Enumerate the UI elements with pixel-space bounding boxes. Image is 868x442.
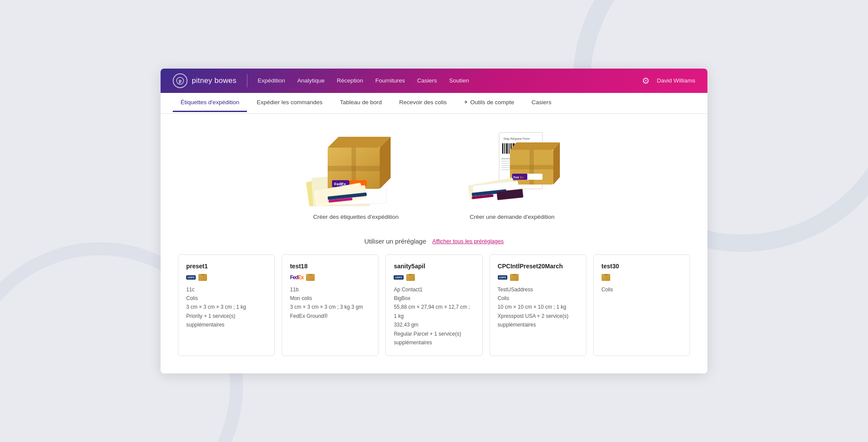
create-labels-image: FedEx	[304, 129, 408, 208]
preset-name-1: preset1	[186, 263, 266, 270]
preset-card-4[interactable]: CPCIntlPreset20March USPS TestUSaddress …	[490, 254, 586, 356]
sub-nav: Étiquettes d'expédition Expédier les com…	[161, 93, 707, 114]
svg-text:Ship Request Form: Ship Request Form	[503, 137, 529, 141]
svg-rect-23	[504, 143, 505, 154]
preset-name-4: CPCIntlPreset20March	[498, 263, 578, 270]
create-request-image: Ship Request Form	[460, 129, 564, 208]
action-cards: FedEx	[178, 129, 690, 220]
nav-analytique[interactable]: Analytique	[297, 76, 325, 86]
usps-badge-3: USPS	[394, 275, 403, 280]
top-nav: p pitney bowes Expédition Analytique Réc…	[161, 69, 707, 93]
usps-badge-1: USPS	[186, 275, 196, 280]
box-icon-5	[602, 274, 610, 281]
top-nav-right: ⚙ David Williams	[642, 76, 695, 86]
box-icon-2	[306, 274, 315, 281]
preset-detail-1: 11c Colis 3 cm × 3 cm × 3 cm ; 1 kg Prio…	[186, 285, 266, 330]
svg-marker-46	[553, 142, 560, 185]
preset-icons-5	[602, 274, 682, 281]
preset-icons-3: USPS	[394, 274, 474, 281]
preset-card-3[interactable]: sanity5apil USPS Ap Contact1 BigBox 55,8…	[385, 254, 482, 356]
svg-marker-7	[328, 137, 391, 148]
tab-tableau[interactable]: Tableau de bord	[332, 94, 390, 112]
preset-card-2[interactable]: test18 FedEx 11b Mon colis 3 cm × 3 cm ×…	[282, 254, 378, 356]
svg-text:Ex: Ex	[520, 176, 524, 179]
top-nav-links: Expédition Analytique Réception Fournitu…	[258, 76, 642, 86]
preset-icons-1: USPS	[186, 274, 266, 281]
svg-marker-45	[510, 142, 560, 150]
create-request-label: Créer une demande d'expédition	[470, 214, 554, 220]
presets-title: Utiliser un préréglage	[364, 237, 426, 245]
usps-badge-4: USPS	[498, 275, 507, 280]
box-icon-4	[510, 274, 519, 281]
svg-rect-22	[502, 143, 503, 154]
labels-illustration: FedEx	[306, 130, 406, 206]
svg-rect-25	[509, 143, 510, 154]
create-labels-label: Créer des étiquettes d'expédition	[313, 214, 399, 220]
tab-commandes[interactable]: Expédier les commandes	[249, 94, 330, 112]
box-icon-3	[406, 274, 415, 281]
svg-text:Fed: Fed	[513, 176, 519, 179]
nav-expedition[interactable]: Expédition	[258, 76, 285, 86]
nav-casiers[interactable]: Casiers	[417, 76, 437, 86]
preset-icons-2: FedEx	[290, 274, 370, 281]
preset-card-1[interactable]: preset1 USPS 11c Colis 3 cm × 3 cm × 3 c…	[178, 254, 275, 356]
request-illustration: Ship Request Form	[462, 130, 562, 206]
main-content: FedEx	[161, 114, 707, 374]
preset-detail-4: TestUSaddress Colis 10 cm × 10 cm × 10 c…	[498, 285, 578, 330]
preset-card-5[interactable]: test30 Colis	[593, 254, 690, 356]
preset-detail-3: Ap Contact1 BigBox 55,88 cm × 27,94 cm ×…	[394, 285, 474, 347]
user-name: David Williams	[657, 77, 695, 84]
presets-header: Utiliser un préréglage Afficher tous les…	[178, 237, 690, 245]
fedex-badge-2: FedEx	[290, 274, 303, 280]
tab-etiquettes[interactable]: Étiquettes d'expédition	[173, 94, 247, 112]
nav-soutien[interactable]: Soutien	[449, 76, 469, 86]
nav-fournitures[interactable]: Fournitures	[375, 76, 405, 86]
nav-divider	[247, 74, 247, 87]
tab-casiers[interactable]: Casiers	[524, 94, 559, 112]
preset-name-5: test30	[602, 263, 682, 270]
create-labels-card[interactable]: FedEx	[304, 129, 408, 220]
presets-cards: preset1 USPS 11c Colis 3 cm × 3 cm × 3 c…	[178, 254, 690, 356]
preset-name-2: test18	[290, 263, 370, 270]
svg-text:p: p	[179, 79, 181, 83]
logo-icon: p	[173, 73, 187, 88]
svg-rect-24	[506, 143, 508, 154]
box-icon-1	[198, 274, 207, 281]
create-request-card[interactable]: Ship Request Form	[460, 129, 564, 220]
preset-name-3: sanity5apil	[394, 263, 474, 270]
tab-outils[interactable]: ✈ Outils de compte	[456, 94, 522, 112]
preset-icons-4: USPS	[498, 274, 578, 281]
app-container: p pitney bowes Expédition Analytique Réc…	[161, 69, 707, 374]
preset-detail-2: 11b Mon colis 3 cm × 3 cm × 3 cm ; 3 kg …	[290, 285, 370, 321]
preset-detail-5: Colis	[602, 285, 682, 294]
presets-section: Utiliser un préréglage Afficher tous les…	[178, 237, 690, 356]
settings-icon[interactable]: ⚙	[642, 76, 650, 86]
tab-recevoir[interactable]: Recevoir des colis	[391, 94, 455, 112]
logo-area: p pitney bowes	[173, 73, 237, 88]
presets-all-link[interactable]: Afficher tous les préréglages	[432, 238, 504, 244]
nav-reception[interactable]: Réception	[337, 76, 363, 86]
brand-name: pitney bowes	[192, 76, 237, 85]
